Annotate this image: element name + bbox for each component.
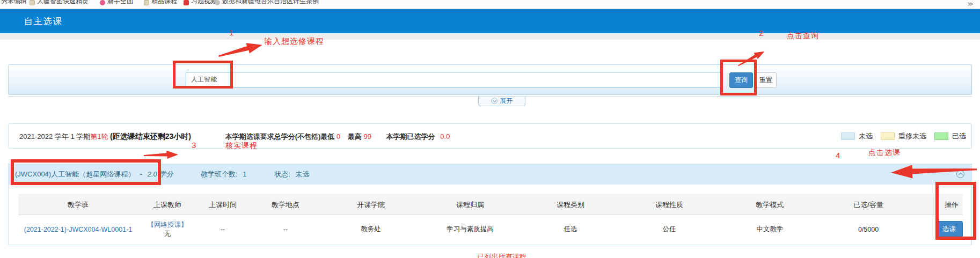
selected-swatch: [934, 132, 948, 140]
class-count: 1: [243, 170, 246, 178]
legend-item-selected: 已选: [934, 131, 966, 141]
col-header-class: 教学班: [18, 195, 138, 215]
col-header-type: 课程类别: [521, 195, 620, 215]
annotation-step2-label: 点击查询: [787, 31, 819, 41]
unselected-swatch: [841, 132, 855, 140]
selection-info-panel: 2021-2022 学年 1 学期第1轮 (距选课结束还剩23小时) 本学期选课…: [8, 123, 972, 149]
folder-icon: [30, 0, 35, 5]
col-header-mode: 教学模式: [719, 195, 821, 215]
annotation-arrow-step3: [132, 150, 190, 160]
col-header-location: 教学地点: [248, 195, 323, 215]
col-header-college: 开课学院: [323, 195, 419, 215]
site-icon: [100, 0, 105, 5]
bookmark-item[interactable]: 精品课程: [144, 0, 177, 9]
site-icon: [184, 0, 189, 5]
status-label: 状态:: [274, 170, 290, 178]
teacher-tag: 【网络授课】: [138, 220, 197, 230]
countdown-text: (距选课结束还剩23小时): [110, 132, 191, 141]
course-status: 未选: [295, 170, 309, 178]
list-end-note: 已列出所有课程: [454, 252, 550, 258]
annotation-step4-label: 点击选课: [868, 148, 901, 158]
selection-info-text: 2021-2022 学年 1 学期第1轮 (距选课结束还剩23小时) 本学期选课…: [19, 132, 450, 142]
separator: -: [140, 170, 142, 178]
bookmarks-overflow-icon[interactable]: ≫: [967, 1, 974, 8]
search-panel: 查询 重置: [8, 64, 972, 95]
course-search-input[interactable]: [186, 72, 722, 87]
table-row: (2021-2022-1)-JWCX004-WL0001-1 【网络授课】 无 …: [18, 215, 963, 244]
select-course-button[interactable]: 选课: [935, 221, 963, 238]
annotation-step1-number: 1: [229, 28, 233, 37]
page-title: 自主选课: [24, 9, 63, 33]
course-header-bar[interactable]: (JWCX004)人工智能（超星网络课程） - 2.0 学分 教学班个数: 1 …: [9, 164, 971, 185]
table-header-row: 教学班 上课教师 上课时间 教学地点 开课学院 课程归属 课程类别 课程性质 教…: [18, 195, 963, 215]
class-time: --: [197, 215, 248, 244]
subheader-strip: [0, 33, 980, 40]
col-header-time: 上课时间: [197, 195, 248, 215]
annotation-step3-number: 3: [192, 141, 196, 150]
class-location: --: [248, 215, 323, 244]
legend-item-retake: 重修未选: [881, 131, 926, 141]
status-legend: 未选 重修未选 已选: [841, 131, 966, 141]
class-capacity: 0/5000: [821, 215, 916, 244]
annotation-arrow-step1: [217, 38, 264, 63]
min-credit: 0: [337, 132, 340, 141]
retake-swatch: [881, 132, 895, 140]
class-code-link[interactable]: (2021-2022-1)-JWCX004-WL0001-1: [24, 226, 132, 233]
app-header: 自主选课: [0, 9, 980, 33]
round-text: 第1轮: [90, 132, 108, 141]
requirement-label: 本学期选课要求总学分(不包括)最低: [225, 132, 335, 141]
class-category: 学习与素质提高: [419, 215, 521, 244]
col-header-capacity: 已选/容量: [821, 195, 916, 215]
class-count-label: 教学班个数:: [201, 170, 238, 178]
screen: 秀米编辑 大疆智图快速精灵 新手全面 精品课程 习题视频 数据和新疆维吾尔自治区…: [0, 0, 980, 258]
expand-toggle[interactable]: 展开: [478, 97, 525, 106]
annotation-step4-number: 4: [836, 151, 840, 160]
max-credit: 99: [363, 132, 371, 141]
bookmark-item[interactable]: 习题视频: [184, 0, 217, 9]
chevron-down-circle-icon: [491, 98, 498, 104]
legend-item-unselected: 未选: [841, 131, 873, 141]
reset-button[interactable]: 重置: [755, 72, 777, 88]
col-header-nature: 课程性质: [620, 195, 719, 215]
annotation-step2-number: 2: [759, 28, 763, 38]
selected-credit-label: 本学期已选学分: [386, 132, 435, 141]
folder-icon: [144, 0, 149, 5]
col-header-action: 操作: [916, 195, 963, 215]
bookmark-item[interactable]: 大疆智图快速精灵: [30, 0, 89, 9]
selected-credit: 0.0: [440, 132, 450, 141]
semester-text: 2021-2022 学年 1 学期: [19, 132, 90, 141]
class-type: 任选: [521, 215, 620, 244]
annotation-step3-label: 核实课程: [225, 141, 258, 151]
teacher-name: 无: [138, 230, 197, 239]
query-button[interactable]: 查询: [729, 72, 753, 88]
browser-bookmarks-bar: 秀米编辑 大疆智图快速精灵 新手全面 精品课程 习题视频 数据和新疆维吾尔自治区…: [0, 0, 980, 9]
col-header-teacher: 上课教师: [138, 195, 197, 215]
class-nature: 公任: [620, 215, 719, 244]
class-table: 教学班 上课教师 上课时间 教学地点 开课学院 课程归属 课程类别 课程性质 教…: [18, 194, 963, 244]
class-mode: 中文教学: [719, 215, 821, 244]
annotation-step1-label: 输入想选修课程: [264, 36, 324, 47]
bookmark-item[interactable]: 数据和新疆维吾尔自治区计生条例: [215, 0, 319, 9]
bookmark-item[interactable]: 秀米编辑: [1, 0, 27, 9]
site-icon: [215, 0, 220, 5]
course-card: (JWCX004)人工智能（超星网络课程） - 2.0 学分 教学班个数: 1 …: [8, 164, 972, 245]
max-label: 最高: [348, 132, 362, 141]
class-college: 教务处: [323, 215, 419, 244]
course-credit: 2.0 学分: [148, 170, 173, 178]
col-header-category: 课程归属: [419, 195, 521, 215]
bookmark-item[interactable]: 新手全面: [100, 0, 133, 9]
course-title: (JWCX004)人工智能（超星网络课程）: [15, 170, 135, 178]
